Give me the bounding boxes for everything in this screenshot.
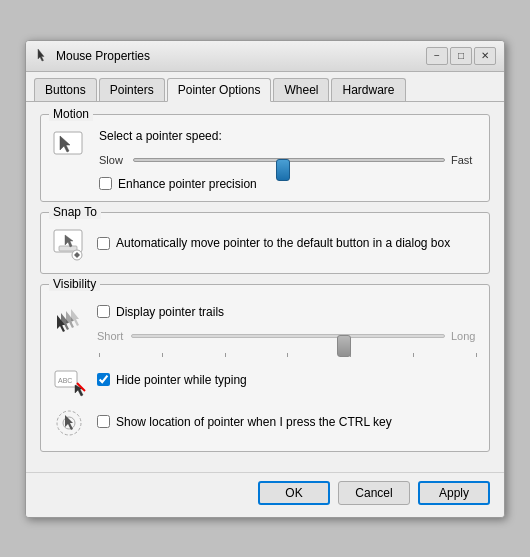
ok-button[interactable]: OK bbox=[258, 481, 330, 505]
trails-icon bbox=[51, 303, 87, 339]
short-label: Short bbox=[97, 330, 125, 342]
trails-label: Display pointer trails bbox=[116, 305, 224, 319]
enhance-precision-label: Enhance pointer precision bbox=[118, 177, 257, 191]
title-bar-buttons: − □ ✕ bbox=[426, 47, 496, 65]
window-icon bbox=[34, 48, 50, 64]
visibility-section: Visibility Display pointer trails bbox=[40, 284, 490, 452]
trails-checkbox[interactable] bbox=[97, 305, 110, 318]
window-title: Mouse Properties bbox=[56, 49, 426, 63]
hide-label: Hide pointer while typing bbox=[116, 373, 247, 387]
motion-section: Motion Select a pointer speed: Slow bbox=[40, 114, 490, 202]
speed-slider[interactable] bbox=[133, 149, 445, 171]
snap-auto-label: Automatically move pointer to the defaul… bbox=[116, 235, 450, 252]
snap-auto-row: Automatically move pointer to the defaul… bbox=[97, 229, 479, 252]
hide-icon: ABC bbox=[51, 363, 87, 399]
trails-inner: Display pointer trails Short Long bbox=[51, 293, 479, 357]
snap-to-inner: Automatically move pointer to the defaul… bbox=[51, 221, 479, 263]
trails-slider-thumb[interactable] bbox=[337, 335, 351, 357]
hide-row: Hide pointer while typing bbox=[97, 373, 479, 387]
footer: OK Cancel Apply bbox=[26, 472, 504, 517]
fast-label: Fast bbox=[451, 154, 479, 166]
snap-icon bbox=[51, 227, 87, 263]
snap-to-section: Snap To Automatically move pointer to th… bbox=[40, 212, 490, 274]
close-button[interactable]: ✕ bbox=[474, 47, 496, 65]
ctrl-row: Show location of pointer when I press th… bbox=[97, 415, 479, 429]
mouse-properties-window: Mouse Properties − □ ✕ Buttons Pointers … bbox=[25, 40, 505, 518]
motion-inner: Select a pointer speed: Slow Fast Enhanc… bbox=[51, 123, 479, 191]
tabs-bar: Buttons Pointers Pointer Options Wheel H… bbox=[26, 72, 504, 102]
tick-4 bbox=[287, 353, 288, 357]
tab-buttons[interactable]: Buttons bbox=[34, 78, 97, 101]
ctrl-icon bbox=[51, 405, 87, 441]
maximize-button[interactable]: □ bbox=[450, 47, 472, 65]
motion-controls: Select a pointer speed: Slow Fast Enhanc… bbox=[99, 129, 479, 191]
snap-auto-checkbox[interactable] bbox=[97, 237, 110, 250]
cancel-button[interactable]: Cancel bbox=[338, 481, 410, 505]
trails-slider[interactable] bbox=[131, 325, 445, 347]
hide-controls: Hide pointer while typing bbox=[97, 363, 479, 387]
tab-pointers[interactable]: Pointers bbox=[99, 78, 165, 101]
speed-slider-thumb[interactable] bbox=[276, 159, 290, 181]
tab-wheel[interactable]: Wheel bbox=[273, 78, 329, 101]
minimize-button[interactable]: − bbox=[426, 47, 448, 65]
hide-inner: ABC Hide pointer while typing bbox=[51, 359, 479, 399]
content-area: Motion Select a pointer speed: Slow bbox=[26, 102, 504, 472]
hide-checkbox[interactable] bbox=[97, 373, 110, 386]
tick-marks bbox=[97, 353, 479, 357]
visibility-title: Visibility bbox=[49, 277, 100, 291]
ctrl-checkbox[interactable] bbox=[97, 415, 110, 428]
tick-6 bbox=[413, 353, 414, 357]
tab-hardware[interactable]: Hardware bbox=[331, 78, 405, 101]
tab-pointer-options[interactable]: Pointer Options bbox=[167, 78, 272, 102]
ctrl-controls: Show location of pointer when I press th… bbox=[97, 405, 479, 429]
tick-3 bbox=[225, 353, 226, 357]
ctrl-label: Show location of pointer when I press th… bbox=[116, 415, 392, 429]
motion-title: Motion bbox=[49, 107, 93, 121]
speed-slider-track bbox=[133, 158, 445, 162]
tick-7 bbox=[476, 353, 477, 357]
enhance-precision-checkbox[interactable] bbox=[99, 177, 112, 190]
snap-to-controls: Automatically move pointer to the defaul… bbox=[97, 227, 479, 252]
long-label: Long bbox=[451, 330, 479, 342]
tick-1 bbox=[99, 353, 100, 357]
svg-text:ABC: ABC bbox=[58, 377, 72, 384]
snap-to-title: Snap To bbox=[49, 205, 101, 219]
tick-2 bbox=[162, 353, 163, 357]
trails-controls: Display pointer trails Short Long bbox=[97, 303, 479, 357]
ctrl-inner: Show location of pointer when I press th… bbox=[51, 401, 479, 441]
title-bar: Mouse Properties − □ ✕ bbox=[26, 41, 504, 72]
apply-button[interactable]: Apply bbox=[418, 481, 490, 505]
trails-row: Display pointer trails bbox=[97, 305, 479, 319]
motion-icon bbox=[51, 129, 89, 167]
speed-slider-row: Slow Fast bbox=[99, 149, 479, 171]
slow-label: Slow bbox=[99, 154, 127, 166]
trails-slider-track bbox=[131, 334, 445, 338]
speed-label: Select a pointer speed: bbox=[99, 129, 479, 143]
trails-slider-row: Short Long bbox=[97, 325, 479, 347]
